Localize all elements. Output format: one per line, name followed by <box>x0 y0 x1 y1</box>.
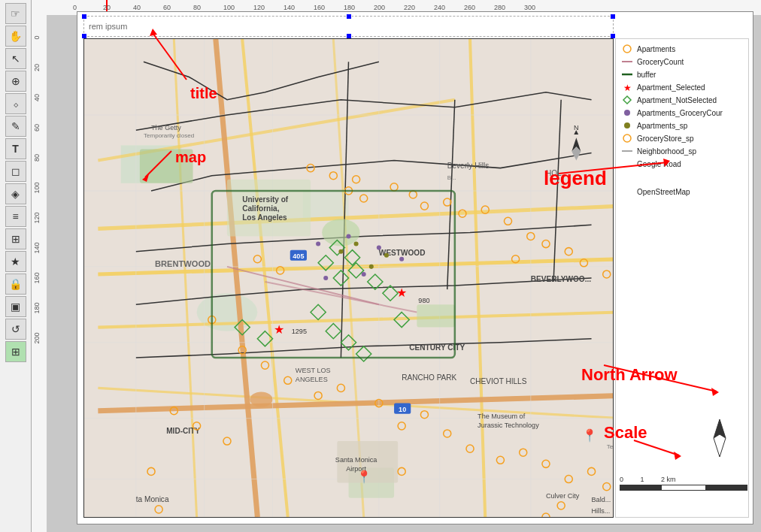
svg-point-167 <box>316 242 320 246</box>
map-frame[interactable]: Santa Monica Airport The Getty Temporari… <box>83 38 614 518</box>
svg-text:BRENTWOOD: BRENTWOOD <box>155 259 211 268</box>
svg-text:405: 405 <box>293 252 304 260</box>
svg-text:100: 100 <box>33 182 41 193</box>
atlas-tool[interactable]: ⊞ <box>5 228 26 249</box>
svg-text:HOL...: HOL... <box>546 169 568 177</box>
svg-text:Santa Monica: Santa Monica <box>335 456 377 464</box>
legend-item-buffer: buffer <box>620 69 744 80</box>
legend-item-neighborhood-sp: Neighborhood_sp <box>620 146 744 156</box>
legend-item-openstreetmap: OpenStreetMap <box>620 186 744 197</box>
svg-marker-186 <box>623 96 631 104</box>
svg-point-176 <box>369 264 374 269</box>
svg-text:B...: B... <box>447 174 456 181</box>
svg-point-188 <box>624 122 630 128</box>
svg-point-173 <box>338 249 343 254</box>
pan-tool[interactable]: ✋ <box>5 26 26 47</box>
svg-point-187 <box>624 110 630 116</box>
svg-text:★: ★ <box>274 322 284 336</box>
map-svg: Santa Monica Airport The Getty Temporari… <box>84 39 613 517</box>
svg-text:ANGELES: ANGELES <box>296 376 328 383</box>
svg-text:★: ★ <box>396 286 407 299</box>
pin-tool[interactable]: ◈ <box>5 183 26 204</box>
node-tool[interactable]: ⬦ <box>5 93 26 114</box>
svg-text:0: 0 <box>33 35 41 39</box>
svg-point-61 <box>322 219 359 246</box>
svg-point-172 <box>323 276 328 280</box>
svg-text:60: 60 <box>33 124 41 131</box>
svg-rect-59 <box>140 149 193 183</box>
svg-text:Temporarily...: Temporarily... <box>607 443 613 450</box>
layers-tool[interactable]: ≡ <box>5 206 26 227</box>
svg-text:CENTURY CITY: CENTURY CITY <box>409 343 465 352</box>
lock-tool[interactable]: 🔒 <box>5 274 26 295</box>
legend-item-apt-notselected: Apartment_NotSelected <box>620 95 744 105</box>
svg-text:80: 80 <box>33 154 41 162</box>
svg-point-182 <box>623 45 631 53</box>
svg-text:Culver City: Culver City <box>546 492 580 500</box>
svg-text:Hills...: Hills... <box>592 507 611 515</box>
svg-point-174 <box>354 242 359 246</box>
shape-tool[interactable]: ◻ <box>5 161 26 182</box>
svg-point-170 <box>399 257 404 261</box>
svg-text:Beverly Hills: Beverly Hills <box>447 162 489 170</box>
legend-box: Apartments GroceryCount buffer ★ <box>615 38 749 518</box>
svg-text:980: 980 <box>418 297 429 304</box>
svg-text:RANCHO PARK: RANCHO PARK <box>402 373 456 382</box>
svg-text:CHEVIOT HILLS: CHEVIOT HILLS <box>470 377 527 385</box>
svg-point-168 <box>346 234 350 238</box>
svg-text:140: 140 <box>33 242 41 253</box>
svg-text:20: 20 <box>33 64 41 71</box>
text-tool[interactable]: T <box>5 138 26 159</box>
canvas-area[interactable]: 0 20 40 60 80 100 120 140 160 180 200 re… <box>32 0 761 532</box>
svg-text:University of: University of <box>242 195 289 204</box>
print-layout: rem ipsum <box>77 11 753 524</box>
pointer-tool[interactable]: ☞ <box>5 3 26 24</box>
svg-text:The Museum of: The Museum of <box>478 413 526 420</box>
legend-item-apt-sp: Apartments_sp <box>620 120 744 131</box>
svg-text:Los Angeles: Los Angeles <box>242 213 287 222</box>
scale-label-1: 1 <box>641 476 644 483</box>
legend-item-grocery-sp: GroceryStore_sp <box>620 133 744 144</box>
grid-tool[interactable]: ⊞ <box>5 341 26 362</box>
svg-text:Jurassic Technology: Jurassic Technology <box>478 422 539 429</box>
svg-text:BEVERLYWOO...: BEVERLYWOO... <box>531 275 591 283</box>
refresh-tool[interactable]: ↺ <box>5 319 26 340</box>
legend-item-apt-grocery: Apartments_GroceryCour <box>620 107 744 118</box>
scale-label-0: 0 <box>620 476 623 483</box>
legend-item-apartments: Apartments <box>620 44 744 54</box>
svg-text:★: ★ <box>623 83 632 92</box>
svg-text:1295: 1295 <box>292 328 307 335</box>
toolbar: ☞ ✋ ↖ ⊕ ⬦ ✎ T ◻ ◈ ≡ ⊞ ★ 🔒 ▣ ↺ ⊞ <box>0 0 32 532</box>
svg-text:N: N <box>574 124 579 131</box>
svg-text:10: 10 <box>399 406 406 413</box>
svg-text:ta Monica: ta Monica <box>136 495 169 503</box>
ruler-vertical: 0 20 40 60 80 100 120 140 160 180 200 <box>32 15 47 532</box>
legend-item-grocerycount: GroceryCount <box>620 56 744 67</box>
svg-text:California,: California, <box>242 204 279 213</box>
main-area: // We'll draw these in the canvas script… <box>32 0 761 532</box>
svg-text:160: 160 <box>33 272 41 283</box>
svg-text:MID-CITY: MID-CITY <box>166 427 200 435</box>
select-tool[interactable]: ↖ <box>5 48 26 69</box>
svg-text:The Getty: The Getty <box>151 124 181 131</box>
group-tool[interactable]: ▣ <box>5 296 26 317</box>
svg-point-175 <box>384 253 389 258</box>
zoom-tool[interactable]: ⊕ <box>5 71 26 92</box>
svg-text:180: 180 <box>33 302 41 313</box>
scale-label-2: 2 km <box>661 476 676 483</box>
svg-text:Bald...: Bald... <box>592 496 611 503</box>
svg-point-189 <box>623 135 631 142</box>
legend-item-google-road: Google Road <box>620 159 744 169</box>
svg-text:Temporarily closed: Temporarily closed <box>144 132 194 139</box>
title-box[interactable]: rem ipsum <box>83 16 614 37</box>
draw-tool[interactable]: ✎ <box>5 116 26 137</box>
svg-text:📍: 📍 <box>356 470 372 485</box>
svg-text:40: 40 <box>33 94 41 101</box>
svg-text:WEST LOS: WEST LOS <box>296 367 331 374</box>
svg-text:200: 200 <box>33 332 41 343</box>
svg-rect-62 <box>417 304 454 327</box>
star-tool[interactable]: ★ <box>5 251 26 272</box>
svg-text:📍: 📍 <box>582 428 598 443</box>
svg-point-43 <box>250 391 272 407</box>
legend-item-apt-selected: ★ Apartment_Selected <box>620 82 744 92</box>
